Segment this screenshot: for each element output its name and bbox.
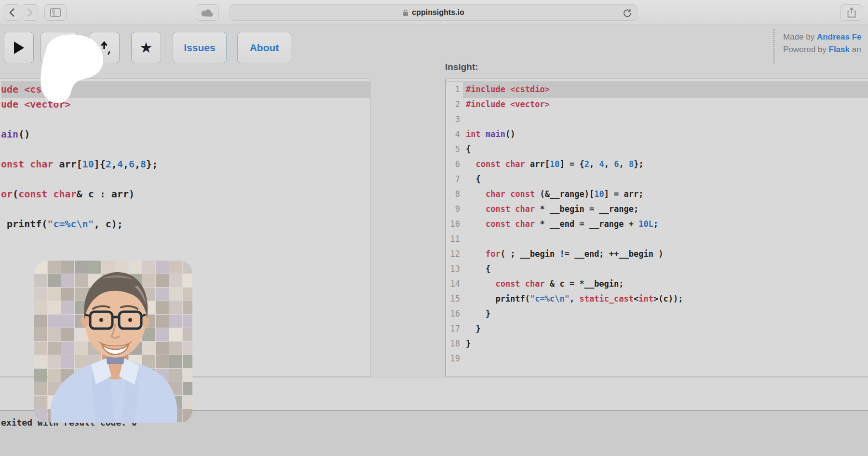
- chevron-right-icon: [27, 8, 33, 17]
- share-button[interactable]: [840, 4, 863, 21]
- powered-by-line: Powered by Flask an: [783, 43, 862, 56]
- play-icon: [13, 41, 25, 55]
- about-button[interactable]: About: [237, 32, 291, 63]
- collar-band: [106, 357, 124, 364]
- browser-chrome: cppinsights.io: [0, 0, 868, 25]
- reload-icon: [623, 9, 632, 17]
- chevron-left-icon: [9, 8, 15, 17]
- url-text: cppinsights.io: [412, 8, 464, 17]
- forward-button[interactable]: [22, 4, 38, 21]
- lock-icon: [403, 9, 408, 16]
- insight-editor[interactable]: 1#include <cstdio>2#include <vector>34in…: [445, 79, 868, 376]
- flask-link[interactable]: Flask: [829, 45, 850, 54]
- issues-button[interactable]: Issues: [173, 32, 227, 63]
- annotation-blob: [34, 28, 111, 110]
- issues-label: Issues: [184, 42, 215, 54]
- sidebar-icon: [50, 8, 61, 17]
- cloud-tabs-button[interactable]: [196, 4, 219, 21]
- star-button[interactable]: ★: [131, 32, 161, 63]
- credits-box: Made by Andreas Fe Powered by Flask an: [773, 29, 862, 64]
- powered-by-text: Powered by: [783, 45, 829, 54]
- cloud-icon: [201, 9, 214, 17]
- made-by-text: Made by: [783, 32, 817, 41]
- sidebar-toggle-button[interactable]: [44, 4, 67, 21]
- powered-by-tail: an: [850, 45, 861, 54]
- run-button[interactable]: [4, 32, 34, 63]
- author-link[interactable]: Andreas Fe: [817, 32, 862, 41]
- url-field[interactable]: cppinsights.io: [230, 4, 637, 21]
- star-icon: ★: [140, 39, 153, 56]
- share-icon: [847, 7, 856, 18]
- author-photo: [34, 261, 192, 423]
- reload-button[interactable]: [622, 7, 633, 19]
- back-button[interactable]: [4, 4, 20, 21]
- cppinsights-page: { "chrome": { "url": "cppinsights.io" },…: [0, 0, 868, 456]
- insight-label: Insight:: [445, 62, 478, 72]
- about-label: About: [250, 42, 279, 54]
- made-by-line: Made by Andreas Fe: [783, 31, 862, 43]
